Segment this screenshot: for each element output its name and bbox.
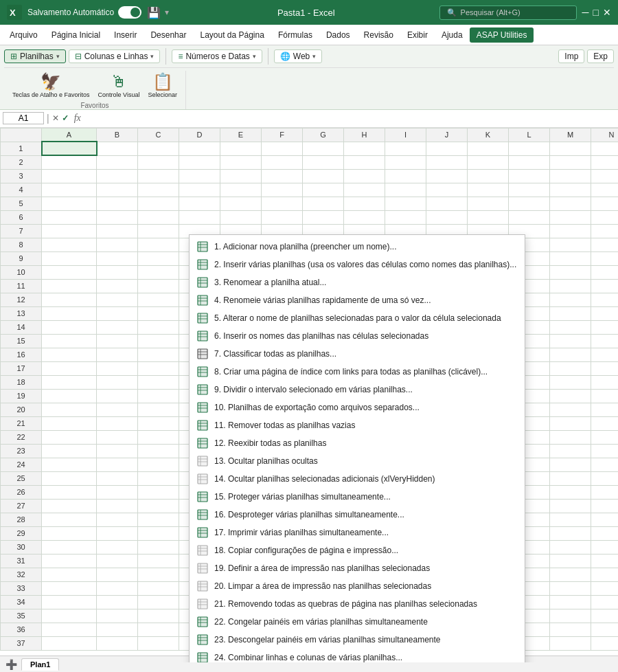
cell-B6[interactable] xyxy=(97,210,138,224)
cell-A16[interactable] xyxy=(42,348,97,361)
dropdown-item-7[interactable]: 7. Classificar todas as planilhas... xyxy=(190,345,525,363)
cell-M22[interactable] xyxy=(550,430,591,444)
cell-N11[interactable] xyxy=(591,279,619,293)
cell-L1[interactable] xyxy=(509,142,550,155)
menu-item-exibir[interactable]: Exibir xyxy=(400,27,435,43)
cell-D5[interactable] xyxy=(179,197,220,210)
cell-K1[interactable] xyxy=(468,142,509,155)
cell-L3[interactable] xyxy=(509,169,550,183)
cell-C21[interactable] xyxy=(138,416,179,430)
maximize-btn[interactable]: □ xyxy=(593,7,599,18)
cell-E3[interactable] xyxy=(220,169,262,183)
cell-M10[interactable] xyxy=(550,265,591,279)
controle-visual-btn[interactable]: 🖱 Controle Visual xyxy=(95,71,143,100)
cell-K6[interactable] xyxy=(468,210,509,224)
cell-F6[interactable] xyxy=(262,210,303,224)
dropdown-item-14[interactable]: 14. Ocultar planilhas selecionadas adici… xyxy=(190,470,525,488)
imp-btn[interactable]: Imp xyxy=(558,49,584,63)
cell-M2[interactable] xyxy=(550,155,591,169)
cell-B33[interactable] xyxy=(97,581,138,595)
cell-B16[interactable] xyxy=(97,348,138,361)
cell-B26[interactable] xyxy=(97,485,138,499)
cell-B22[interactable] xyxy=(97,430,138,444)
cell-M28[interactable] xyxy=(550,513,591,526)
cell-M23[interactable] xyxy=(550,444,591,458)
cell-B32[interactable] xyxy=(97,568,138,581)
menu-item-ajuda[interactable]: Ajuda xyxy=(435,27,470,43)
cell-A15[interactable] xyxy=(42,334,97,348)
autosave-toggle[interactable] xyxy=(118,6,141,19)
dropdown-item-5[interactable]: 5. Alterar o nome de planilhas seleciona… xyxy=(190,309,525,327)
cell-E4[interactable] xyxy=(220,183,262,197)
dropdown-item-11[interactable]: 11. Remover todas as planilhas vazias xyxy=(190,416,525,434)
cell-A35[interactable] xyxy=(42,609,97,623)
cell-H2[interactable] xyxy=(344,155,385,169)
cell-N29[interactable] xyxy=(591,526,619,540)
cell-N10[interactable] xyxy=(591,265,619,279)
cell-C8[interactable] xyxy=(138,238,179,251)
cell-N7[interactable] xyxy=(591,224,619,238)
cell-N9[interactable] xyxy=(591,251,619,265)
cell-A31[interactable] xyxy=(42,554,97,568)
cell-M8[interactable] xyxy=(550,238,591,251)
cell-K3[interactable] xyxy=(468,169,509,183)
cell-M36[interactable] xyxy=(550,623,591,636)
dropdown-item-21[interactable]: 21. Removendo todas as quebras de página… xyxy=(190,595,525,613)
cell-C28[interactable] xyxy=(138,513,179,526)
dropdown-item-8[interactable]: 8. Criar uma página de índice com links … xyxy=(190,363,525,381)
dropdown-item-13[interactable]: 13. Ocultar planilhas ocultas xyxy=(190,452,525,470)
cell-C26[interactable] xyxy=(138,485,179,499)
cell-A28[interactable] xyxy=(42,513,97,526)
close-formula-icon[interactable]: ✕ xyxy=(52,113,59,123)
cell-B21[interactable] xyxy=(97,416,138,430)
cell-C24[interactable] xyxy=(138,458,179,471)
dropdown-item-6[interactable]: 6. Inserir os nomes das planilhas nas cé… xyxy=(190,327,525,345)
cell-M13[interactable] xyxy=(550,306,591,320)
cell-N28[interactable] xyxy=(591,513,619,526)
cell-M17[interactable] xyxy=(550,361,591,375)
cell-J3[interactable] xyxy=(426,169,468,183)
cell-L5[interactable] xyxy=(509,197,550,210)
teclas-atalho-btn[interactable]: 🦅 Teclas de Atalho e Favoritos xyxy=(10,71,93,100)
cell-C36[interactable] xyxy=(138,623,179,636)
cell-C6[interactable] xyxy=(138,210,179,224)
cell-B20[interactable] xyxy=(97,403,138,416)
cell-B27[interactable] xyxy=(97,499,138,513)
cell-C32[interactable] xyxy=(138,568,179,581)
cell-C11[interactable] xyxy=(138,279,179,293)
cell-M21[interactable] xyxy=(550,416,591,430)
cell-M27[interactable] xyxy=(550,499,591,513)
cell-H6[interactable] xyxy=(344,210,385,224)
cell-J4[interactable] xyxy=(426,183,468,197)
cell-C25[interactable] xyxy=(138,471,179,485)
cell-C27[interactable] xyxy=(138,499,179,513)
dropdown-item-3[interactable]: 3. Renomear a planilha atual... xyxy=(190,273,525,291)
cell-B25[interactable] xyxy=(97,471,138,485)
cell-J5[interactable] xyxy=(426,197,468,210)
cell-A27[interactable] xyxy=(42,499,97,513)
cell-A13[interactable] xyxy=(42,306,97,320)
cell-B35[interactable] xyxy=(97,609,138,623)
cell-M20[interactable] xyxy=(550,403,591,416)
cell-M37[interactable] xyxy=(550,636,591,650)
cell-B14[interactable] xyxy=(97,320,138,334)
cell-N37[interactable] xyxy=(591,636,619,650)
cell-M33[interactable] xyxy=(550,581,591,595)
cell-G2[interactable] xyxy=(303,155,344,169)
cell-C35[interactable] xyxy=(138,609,179,623)
cell-A37[interactable] xyxy=(42,636,97,650)
web-dropdown-btn[interactable]: 🌐 Web ▾ xyxy=(274,49,322,63)
cell-C17[interactable] xyxy=(138,361,179,375)
cell-A23[interactable] xyxy=(42,444,97,458)
cell-C9[interactable] xyxy=(138,251,179,265)
dropdown-item-20[interactable]: 20. Limpar a área de impressão nas plani… xyxy=(190,577,525,595)
cell-N13[interactable] xyxy=(591,306,619,320)
cell-N1[interactable] xyxy=(591,142,619,155)
cell-C14[interactable] xyxy=(138,320,179,334)
cell-C34[interactable] xyxy=(138,595,179,609)
cell-reference-input[interactable] xyxy=(3,112,44,124)
dropdown-item-15[interactable]: 15. Proteger várias planilhas simultanea… xyxy=(190,488,525,506)
cell-L4[interactable] xyxy=(509,183,550,197)
cell-D2[interactable] xyxy=(179,155,220,169)
cell-C13[interactable] xyxy=(138,306,179,320)
